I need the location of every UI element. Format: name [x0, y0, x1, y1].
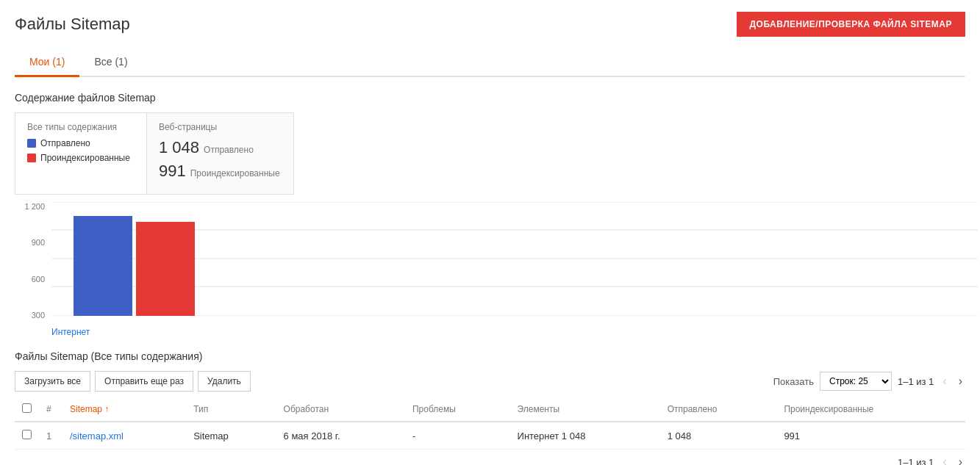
download-all-button[interactable]: Загрузить все: [15, 371, 90, 392]
y-label-900: 900: [15, 238, 48, 247]
row-sitemap: /sitemap.xml: [62, 422, 186, 450]
tabs-row: Мои (1) Все (1): [15, 48, 965, 77]
tab-all[interactable]: Все (1): [79, 48, 142, 77]
col-type: Тип: [186, 397, 276, 422]
tab-mine[interactable]: Мои (1): [15, 48, 79, 77]
stat-label-submitted: Отправлено: [204, 145, 254, 155]
header-row: Файлы Sitemap ДОБАВЛЕНИЕ/ПРОВЕРКА ФАЙЛА …: [15, 12, 965, 37]
toolbar-left: Загрузить все Отправить еще раз Удалить: [15, 371, 251, 392]
show-label: Показать: [773, 376, 814, 387]
row-num: 1: [39, 422, 62, 450]
col-sitemap[interactable]: Sitemap ↑: [62, 397, 186, 422]
legend-item-submitted: Отправлено: [27, 138, 135, 148]
bar-submitted: [74, 216, 132, 316]
add-sitemap-button[interactable]: ДОБАВЛЕНИЕ/ПРОВЕРКА ФАЙЛА SITEMAP: [737, 12, 965, 37]
legend-title: Все типы содержания: [27, 122, 135, 132]
content-box: Все типы содержания Отправлено Проиндекс…: [15, 112, 965, 195]
table-row: 1 /sitemap.xml Sitemap 6 мая 2018 г. - И…: [15, 422, 965, 450]
toolbar-row: Загрузить все Отправить еще раз Удалить …: [15, 371, 965, 392]
row-elements: Интернет 1 048: [510, 422, 660, 450]
stat-row-submitted: 1 048 Отправлено: [159, 138, 282, 157]
legend-label-indexed: Проиндексированные: [40, 153, 130, 163]
stat-number-submitted: 1 048: [159, 138, 199, 157]
y-label-300: 300: [15, 311, 48, 320]
legend-item-indexed: Проиндексированные: [27, 153, 135, 163]
col-num: #: [39, 397, 62, 422]
stats-panel: Веб-страницы 1 048 Отправлено 991 Проинд…: [147, 112, 294, 195]
next-page-button[interactable]: ›: [956, 375, 965, 388]
stats-title: Веб-страницы: [159, 122, 282, 132]
chart-svg: [51, 202, 978, 316]
col-checkbox: [15, 397, 39, 422]
rows-per-page-select[interactable]: Строк: 25 Строк: 50 Строк: 100: [820, 372, 892, 391]
legend-dot-indexed: [27, 154, 36, 162]
page-wrapper: Файлы Sitemap ДОБАВЛЕНИЕ/ПРОВЕРКА ФАЙЛА …: [0, 0, 980, 465]
content-section-title: Содержание файлов Sitemap: [15, 92, 965, 104]
legend-dot-submitted: [27, 139, 36, 148]
stat-label-indexed: Проиндексированные: [190, 168, 280, 179]
legend-panel: Все типы содержания Отправлено Проиндекс…: [15, 112, 147, 195]
table-section: Файлы Sitemap (Все типы содержания) Загр…: [15, 350, 965, 465]
row-problems: -: [405, 422, 510, 450]
prev-page-button[interactable]: ‹: [940, 375, 949, 388]
bottom-prev-button[interactable]: ‹: [940, 455, 949, 465]
stat-row-indexed: 991 Проиндексированные: [159, 162, 282, 181]
row-processed: 6 мая 2018 г.: [276, 422, 405, 450]
sitemap-table: # Sitemap ↑ Тип Обработан Проблемы Элеме…: [15, 397, 965, 450]
col-submitted: Отправлено: [660, 397, 777, 422]
table-header-row: # Sitemap ↑ Тип Обработан Проблемы Элеме…: [15, 397, 965, 422]
y-label-1200: 1 200: [15, 202, 48, 211]
chart-y-labels: 1 200 900 600 300: [15, 202, 48, 320]
chart-area: 1 200 900 600 300: [15, 202, 965, 320]
bottom-page-info: 1–1 из 1: [898, 457, 934, 466]
x-label: Интернет: [51, 327, 90, 337]
table-section-title: Файлы Sitemap (Все типы содержания): [15, 350, 965, 362]
toolbar-right: Показать Строк: 25 Строк: 50 Строк: 100 …: [773, 372, 965, 391]
x-label-row: Интернет: [15, 327, 965, 337]
row-checkbox[interactable]: [22, 430, 32, 439]
bottom-pagination: 1–1 из 1 ‹ ›: [15, 450, 965, 465]
row-type: Sitemap: [186, 422, 276, 450]
chart-svg-wrapper: [51, 202, 978, 316]
legend-label-submitted: Отправлено: [40, 138, 90, 148]
row-checkbox-cell: [15, 422, 39, 450]
page-title: Файлы Sitemap: [15, 15, 130, 34]
bar-indexed: [136, 222, 195, 316]
page-info: 1–1 из 1: [898, 376, 934, 387]
col-indexed: Проиндексированные: [776, 397, 965, 422]
row-submitted: 1 048: [660, 422, 777, 450]
resend-button[interactable]: Отправить еще раз: [95, 371, 193, 392]
delete-button[interactable]: Удалить: [198, 371, 251, 392]
y-label-600: 600: [15, 275, 48, 284]
select-all-checkbox[interactable]: [22, 403, 32, 413]
bottom-next-button[interactable]: ›: [956, 455, 965, 465]
col-elements: Элементы: [510, 397, 660, 422]
row-indexed: 991: [776, 422, 965, 450]
col-processed: Обработан: [276, 397, 405, 422]
col-problems: Проблемы: [405, 397, 510, 422]
sitemap-link[interactable]: /sitemap.xml: [70, 430, 124, 441]
stat-number-indexed: 991: [159, 162, 186, 181]
